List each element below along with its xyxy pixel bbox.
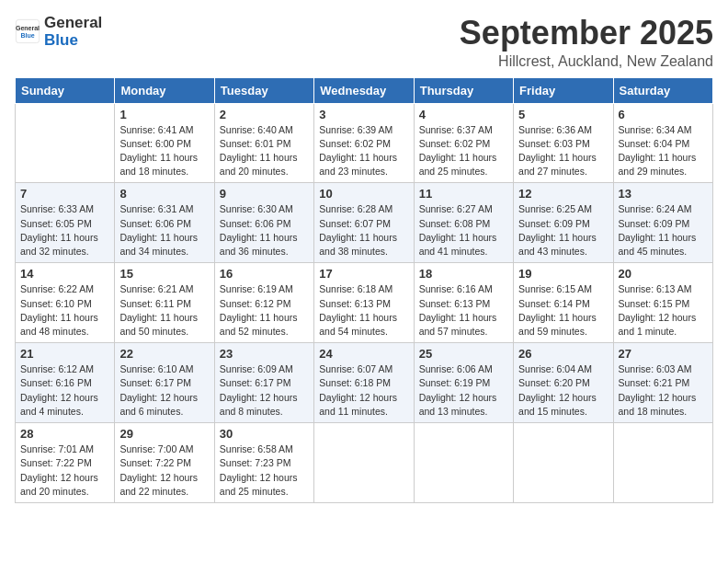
cell-info: Sunrise: 6:13 AM Sunset: 6:15 PM Dayligh… [619,282,708,339]
day-number: 18 [419,267,508,281]
day-number: 10 [319,187,408,201]
day-number: 1 [119,108,209,121]
cell-info: Sunrise: 6:04 AM Sunset: 6:20 PM Dayligh… [518,362,608,419]
day-number: 29 [119,427,209,441]
calendar-cell [613,423,712,503]
day-number: 12 [518,187,608,201]
logo-general: General [44,15,102,32]
calendar-cell: 9Sunrise: 6:30 AM Sunset: 6:06 PM Daylig… [214,183,313,263]
cell-info: Sunrise: 6:18 AM Sunset: 6:13 PM Dayligh… [319,282,408,339]
cell-info: Sunrise: 6:16 AM Sunset: 6:13 PM Dayligh… [419,282,508,339]
cell-info: Sunrise: 6:30 AM Sunset: 6:06 PM Dayligh… [220,202,309,259]
calendar-cell: 1Sunrise: 6:41 AM Sunset: 6:00 PM Daylig… [115,103,214,183]
cell-info: Sunrise: 6:09 AM Sunset: 6:17 PM Dayligh… [220,362,309,419]
calendar-cell: 21Sunrise: 6:12 AM Sunset: 6:16 PM Dayli… [16,343,115,423]
weekday-header-saturday: Saturday [613,77,712,103]
day-number: 21 [20,347,109,361]
calendar-cell: 6Sunrise: 6:34 AM Sunset: 6:04 PM Daylig… [613,103,712,183]
calendar-cell: 15Sunrise: 6:21 AM Sunset: 6:11 PM Dayli… [115,263,214,343]
day-number: 5 [518,108,608,121]
calendar-cell: 2Sunrise: 6:40 AM Sunset: 6:01 PM Daylig… [214,103,313,183]
weekday-header-row: SundayMondayTuesdayWednesdayThursdayFrid… [16,77,713,103]
calendar-cell: 30Sunrise: 6:58 AM Sunset: 7:23 PM Dayli… [214,423,313,503]
day-number: 13 [619,187,708,201]
calendar-table: SundayMondayTuesdayWednesdayThursdayFrid… [15,77,713,503]
cell-info: Sunrise: 6:24 AM Sunset: 6:09 PM Dayligh… [619,202,708,259]
weekday-header-sunday: Sunday [16,77,115,103]
calendar-cell: 25Sunrise: 6:06 AM Sunset: 6:19 PM Dayli… [414,343,513,423]
cell-info: Sunrise: 7:00 AM Sunset: 7:22 PM Dayligh… [119,442,209,499]
cell-info: Sunrise: 6:34 AM Sunset: 6:04 PM Dayligh… [619,123,708,179]
cell-info: Sunrise: 6:10 AM Sunset: 6:17 PM Dayligh… [119,362,209,419]
cell-info: Sunrise: 6:03 AM Sunset: 6:21 PM Dayligh… [619,362,708,419]
calendar-cell: 13Sunrise: 6:24 AM Sunset: 6:09 PM Dayli… [613,183,712,263]
day-number: 2 [220,108,309,121]
cell-info: Sunrise: 6:25 AM Sunset: 6:09 PM Dayligh… [518,202,608,259]
weekday-header-wednesday: Wednesday [314,77,414,103]
calendar-week-5: 28Sunrise: 7:01 AM Sunset: 7:22 PM Dayli… [16,423,713,503]
calendar-cell [514,423,613,503]
calendar-cell: 5Sunrise: 6:36 AM Sunset: 6:03 PM Daylig… [514,103,613,183]
calendar-cell: 7Sunrise: 6:33 AM Sunset: 6:05 PM Daylig… [16,183,115,263]
cell-info: Sunrise: 6:31 AM Sunset: 6:06 PM Dayligh… [119,202,209,259]
calendar-week-1: 1Sunrise: 6:41 AM Sunset: 6:00 PM Daylig… [16,103,713,183]
calendar-cell: 26Sunrise: 6:04 AM Sunset: 6:20 PM Dayli… [514,343,613,423]
day-number: 7 [20,187,109,201]
cell-info: Sunrise: 6:37 AM Sunset: 6:02 PM Dayligh… [419,123,508,179]
weekday-header-monday: Monday [115,77,214,103]
calendar-cell: 22Sunrise: 6:10 AM Sunset: 6:17 PM Dayli… [115,343,214,423]
svg-text:General: General [16,24,40,30]
cell-info: Sunrise: 6:12 AM Sunset: 6:16 PM Dayligh… [20,362,109,419]
day-number: 25 [419,347,508,361]
calendar-cell: 27Sunrise: 6:03 AM Sunset: 6:21 PM Dayli… [613,343,712,423]
cell-info: Sunrise: 6:41 AM Sunset: 6:00 PM Dayligh… [119,123,209,179]
calendar-cell [314,423,414,503]
month-title: September 2025 [460,15,713,52]
calendar-cell: 16Sunrise: 6:19 AM Sunset: 6:12 PM Dayli… [214,263,313,343]
cell-info: Sunrise: 6:39 AM Sunset: 6:02 PM Dayligh… [319,123,408,179]
day-number: 27 [619,347,708,361]
calendar-cell: 10Sunrise: 6:28 AM Sunset: 6:07 PM Dayli… [314,183,414,263]
calendar-cell: 20Sunrise: 6:13 AM Sunset: 6:15 PM Dayli… [613,263,712,343]
day-number: 16 [220,267,309,281]
calendar-cell: 19Sunrise: 6:15 AM Sunset: 6:14 PM Dayli… [514,263,613,343]
svg-text:Blue: Blue [20,32,34,39]
svg-rect-0 [16,19,39,42]
calendar-cell: 17Sunrise: 6:18 AM Sunset: 6:13 PM Dayli… [314,263,414,343]
cell-info: Sunrise: 6:58 AM Sunset: 7:23 PM Dayligh… [220,442,309,499]
calendar-cell: 28Sunrise: 7:01 AM Sunset: 7:22 PM Dayli… [16,423,115,503]
calendar-cell: 12Sunrise: 6:25 AM Sunset: 6:09 PM Dayli… [514,183,613,263]
calendar-week-3: 14Sunrise: 6:22 AM Sunset: 6:10 PM Dayli… [16,263,713,343]
weekday-header-friday: Friday [514,77,613,103]
calendar-week-2: 7Sunrise: 6:33 AM Sunset: 6:05 PM Daylig… [16,183,713,263]
day-number: 30 [220,427,309,441]
location-title: Hillcrest, Auckland, New Zealand [460,53,713,70]
calendar-week-4: 21Sunrise: 6:12 AM Sunset: 6:16 PM Dayli… [16,343,713,423]
day-number: 8 [119,187,209,201]
cell-info: Sunrise: 6:36 AM Sunset: 6:03 PM Dayligh… [518,123,608,179]
day-number: 11 [419,187,508,201]
cell-info: Sunrise: 7:01 AM Sunset: 7:22 PM Dayligh… [20,442,109,499]
logo-blue: Blue [44,32,102,50]
calendar-cell: 3Sunrise: 6:39 AM Sunset: 6:02 PM Daylig… [314,103,414,183]
logo-icon: General Blue [15,18,40,44]
day-number: 24 [319,347,408,361]
calendar-cell: 4Sunrise: 6:37 AM Sunset: 6:02 PM Daylig… [414,103,513,183]
cell-info: Sunrise: 6:21 AM Sunset: 6:11 PM Dayligh… [119,282,209,339]
calendar-cell: 11Sunrise: 6:27 AM Sunset: 6:08 PM Dayli… [414,183,513,263]
cell-info: Sunrise: 6:40 AM Sunset: 6:01 PM Dayligh… [220,123,309,179]
cell-info: Sunrise: 6:28 AM Sunset: 6:07 PM Dayligh… [319,202,408,259]
weekday-header-thursday: Thursday [414,77,513,103]
cell-info: Sunrise: 6:15 AM Sunset: 6:14 PM Dayligh… [518,282,608,339]
day-number: 4 [419,108,508,121]
day-number: 14 [20,267,109,281]
calendar-cell: 14Sunrise: 6:22 AM Sunset: 6:10 PM Dayli… [16,263,115,343]
day-number: 22 [119,347,209,361]
cell-info: Sunrise: 6:19 AM Sunset: 6:12 PM Dayligh… [220,282,309,339]
calendar-cell: 23Sunrise: 6:09 AM Sunset: 6:17 PM Dayli… [214,343,313,423]
day-number: 26 [518,347,608,361]
day-number: 6 [619,108,708,121]
cell-info: Sunrise: 6:27 AM Sunset: 6:08 PM Dayligh… [419,202,508,259]
calendar-cell: 18Sunrise: 6:16 AM Sunset: 6:13 PM Dayli… [414,263,513,343]
day-number: 20 [619,267,708,281]
